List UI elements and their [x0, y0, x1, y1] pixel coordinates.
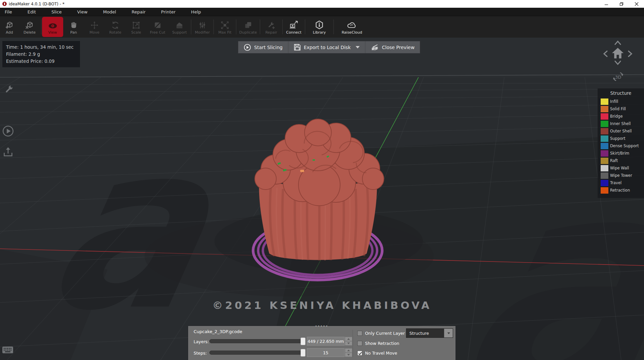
toolbar-connect[interactable]: Connect [283, 16, 304, 38]
wrench-plus-icon [267, 19, 276, 30]
menu-file[interactable]: File [0, 8, 17, 16]
sliders-icon [198, 19, 207, 30]
export-local-disk-button[interactable]: Export to Local Disk [288, 41, 366, 53]
restore-button[interactable] [614, 0, 629, 8]
play-icon [2, 125, 14, 137]
layers-spin-up[interactable] [345, 337, 352, 341]
layers-value-box[interactable]: 449 / 22.650 mm [307, 337, 345, 346]
rotate-up-button[interactable] [613, 40, 622, 47]
toolbar-add[interactable]: Add [0, 16, 19, 38]
title-bar: ideaMaker 4.0.1 (D-BOT) - * [0, 0, 644, 8]
toolbar-raisecloud[interactable]: RaiseCloud [334, 16, 369, 38]
menu-help[interactable]: Help [186, 8, 206, 16]
rotate-down-button[interactable] [613, 60, 622, 67]
hand-icon [69, 19, 78, 30]
color-swatch [601, 158, 608, 164]
minimize-button[interactable] [599, 0, 614, 8]
toolbar-pan[interactable]: Pan [63, 16, 84, 38]
gcode-filename: Cupcake_2_3DP.gcode [194, 329, 242, 334]
toolbar-repair[interactable]: Repair [261, 16, 282, 38]
steps-slider[interactable] [209, 351, 305, 355]
checkbox-checked[interactable] [357, 351, 362, 356]
toolbar-modifier[interactable]: Modifier [192, 16, 213, 38]
toolbar-library[interactable]: Library [306, 16, 333, 38]
rotate-left-button[interactable] [602, 49, 608, 60]
export-dropdown-caret[interactable] [356, 46, 360, 48]
legend-row: Travel [598, 180, 644, 187]
toolbar-delete[interactable]: Delete [19, 16, 40, 38]
toolbar-move[interactable]: Move [84, 16, 105, 38]
wrench-icon [3, 84, 14, 95]
upload-button[interactable] [3, 145, 13, 159]
scale-icon [132, 19, 140, 30]
toolbar-support[interactable]: Support [169, 16, 190, 38]
layers-slider-handle[interactable] [300, 337, 306, 345]
legend-row: Infill [598, 98, 644, 105]
panel-drag-handle[interactable]: ..... [189, 322, 455, 327]
settings-wrench-button[interactable] [3, 84, 14, 96]
panel-divider [353, 330, 353, 357]
chevron-right-icon [627, 49, 633, 58]
menu-slice[interactable]: Slice [47, 8, 67, 16]
no-travel-move-option[interactable]: No Travel Move [357, 351, 397, 356]
keyboard-icon [2, 346, 13, 354]
cloud-icon [347, 19, 357, 30]
toolbar-separator [191, 19, 191, 34]
checkbox-unchecked[interactable] [357, 331, 362, 336]
steps-spin-up[interactable] [345, 348, 352, 353]
color-swatch [601, 121, 608, 127]
minimize-icon [604, 2, 608, 6]
toolbar-separator [41, 19, 41, 34]
color-swatch [601, 165, 608, 171]
dropdown-caret-icon [447, 332, 450, 334]
steps-spin-down[interactable] [345, 353, 352, 357]
home-view-button[interactable] [611, 46, 625, 61]
preview-action-bar: Start Slicing Export to Local Disk Close… [238, 41, 420, 53]
play-preview-button[interactable] [2, 125, 14, 138]
color-swatch [601, 172, 608, 179]
steps-value-box[interactable]: 15 [307, 348, 345, 357]
layers-slider[interactable] [209, 339, 305, 343]
legend-row: Bridge [598, 113, 644, 120]
toolbar-scale[interactable]: Scale [126, 16, 147, 38]
close-preview-button[interactable]: Close Preview [365, 41, 420, 53]
toolbar-rotate[interactable]: Rotate [105, 16, 126, 38]
legend-row: Skirt/Brim [598, 150, 644, 157]
keyboard-shortcuts-button[interactable] [2, 346, 13, 356]
start-slicing-button[interactable]: Start Slicing [238, 41, 288, 53]
support-icon [175, 19, 184, 30]
app-window: ideaMaker 4.0.1 (D-BOT) - * File Edit Sl… [0, 0, 644, 360]
close-button[interactable] [629, 0, 644, 8]
menu-bar: File Edit Slice View Model Repair Printe… [0, 8, 644, 16]
dropdown-arrow-button[interactable] [444, 329, 453, 337]
legend-row: Inner Shell [598, 121, 644, 127]
checkbox-unchecked[interactable] [357, 341, 362, 346]
stat-filament: Filament: 2.9 g [6, 51, 80, 58]
show-retraction-option[interactable]: Show Retraction [357, 341, 399, 346]
spin-up-icon [347, 338, 350, 340]
menu-printer[interactable]: Printer [156, 8, 180, 16]
menu-view[interactable]: View [73, 8, 92, 16]
menu-edit[interactable]: Edit [23, 8, 41, 16]
menu-model[interactable]: Model [98, 8, 121, 16]
3d-viewport[interactable]: a a [0, 38, 644, 360]
toolbar-view[interactable]: View [42, 17, 63, 37]
upload-icon [3, 145, 13, 157]
toolbar-maxfit[interactable]: Max Fit [214, 16, 235, 38]
rotate-right-button[interactable] [627, 49, 633, 60]
build-plate-scene: a a [0, 38, 644, 360]
menu-repair[interactable]: Repair [127, 8, 150, 16]
toolbar-freecut[interactable]: Free Cut [147, 16, 169, 38]
only-current-layer-option[interactable]: Only Current Layer [357, 331, 405, 336]
layers-spin-down[interactable] [345, 341, 352, 346]
3d-rotate-button[interactable]: 3D [611, 70, 625, 85]
legend-row: Dense Support [598, 143, 644, 150]
restore-icon [619, 2, 623, 6]
steps-slider-handle[interactable] [300, 349, 306, 357]
view-mode-dropdown[interactable]: Structure [406, 328, 453, 338]
stat-price: Estimated Price: 0.09 [6, 58, 80, 65]
color-swatch [601, 128, 608, 134]
eye-icon [48, 19, 58, 30]
toolbar-duplicate[interactable]: Duplicate [237, 16, 259, 38]
close-icon [635, 2, 639, 6]
